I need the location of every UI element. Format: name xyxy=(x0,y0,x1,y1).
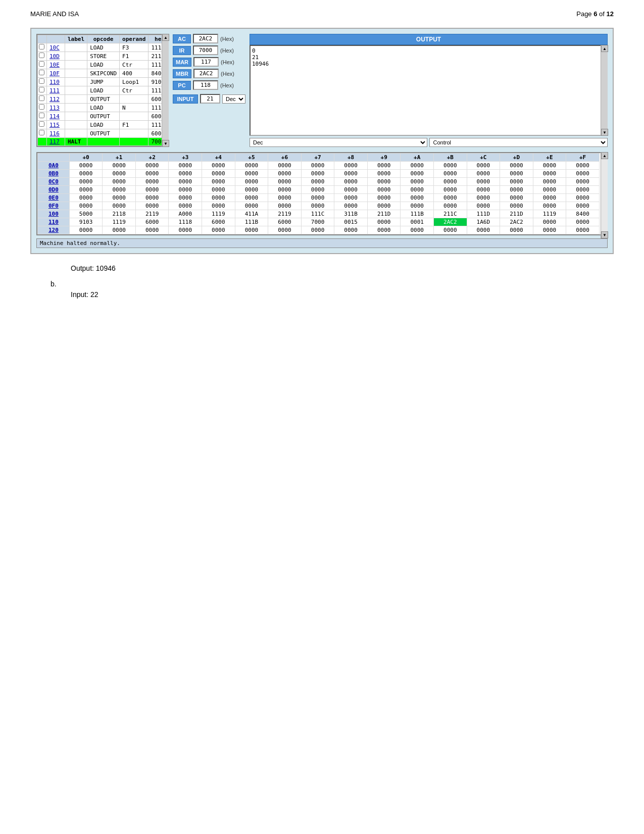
row-label xyxy=(65,61,87,69)
mem-cell: 0000 xyxy=(566,202,600,210)
mem-cell: 0000 xyxy=(367,186,401,194)
output-box: 02110946 xyxy=(250,45,608,136)
col-addr xyxy=(47,35,65,43)
row-label: HALT xyxy=(65,138,87,146)
mem-cell: 0000 xyxy=(169,162,202,170)
mem-cell: 0000 xyxy=(69,202,103,210)
mem-cell: 0000 xyxy=(69,170,103,178)
mar-label: MAR xyxy=(173,58,191,67)
col-label: label xyxy=(65,35,87,43)
pc-format: (Hex) xyxy=(220,82,234,88)
memory-row: 0B00000000000000000000000000000000000000… xyxy=(38,170,600,178)
mem-scroll-up[interactable]: ▲ xyxy=(601,152,608,159)
mem-cell: 5000 xyxy=(69,210,103,218)
table-row: 114OUTPUT6000 xyxy=(38,112,168,121)
mem-cell: 0000 xyxy=(334,170,368,178)
row-checkbox[interactable] xyxy=(38,78,47,86)
mem-cell: 1119 xyxy=(202,210,235,218)
mem-cell: A000 xyxy=(169,210,202,218)
row-label xyxy=(65,104,87,112)
scroll-down-arrow[interactable]: ▼ xyxy=(162,140,169,147)
output-values: 02110946 xyxy=(252,47,599,67)
mem-row-addr: 0E0 xyxy=(38,194,70,202)
mem-cell: 0000 xyxy=(401,194,434,202)
mem-scroll-down[interactable]: ▼ xyxy=(601,231,608,238)
mem-cell: 0000 xyxy=(500,194,533,202)
row-checkbox[interactable] xyxy=(38,138,47,146)
mem-cell: 0000 xyxy=(334,202,368,210)
mem-cell: 8400 xyxy=(566,210,600,218)
output-format-dropdown[interactable]: Dec Hex Oct xyxy=(250,138,428,147)
row-checkbox[interactable] xyxy=(38,112,47,121)
mem-cell: 0000 xyxy=(533,186,566,194)
mem-cell: 2AC2 xyxy=(500,218,533,226)
mem-cell: 0000 xyxy=(202,162,235,170)
output-section: OUTPUT 02110946 ▲ ▼ Dec Hex Oct Control xyxy=(250,34,608,147)
row-addr: 10C xyxy=(47,43,65,52)
mem-cell: 0000 xyxy=(235,162,268,170)
mem-cell: 0000 xyxy=(467,186,500,194)
mem-cell: 211D xyxy=(500,210,533,218)
table-row: 112OUTPUT6000 xyxy=(38,95,168,104)
mem-cell: 0000 xyxy=(433,194,467,202)
input-value-field[interactable] xyxy=(200,94,220,104)
mem-cell: 0000 xyxy=(135,194,169,202)
memory-row: 0F00000000000000000000000000000000000000… xyxy=(38,202,600,210)
row-checkbox[interactable] xyxy=(38,121,47,129)
table-row: 10ELOADCtr1119 xyxy=(38,61,168,69)
page-number: Page 6 of 12 xyxy=(576,10,614,18)
row-checkbox[interactable] xyxy=(38,104,47,112)
mem-cell: 0000 xyxy=(401,170,434,178)
mem-cell: 0000 xyxy=(268,170,302,178)
mem-cell: 211D xyxy=(367,210,401,218)
mem-cell: 0000 xyxy=(467,170,500,178)
row-checkbox[interactable] xyxy=(38,129,47,138)
mem-cell: 0000 xyxy=(500,226,533,234)
row-checkbox[interactable] xyxy=(38,69,47,78)
mem-cell: 0000 xyxy=(500,170,533,178)
row-operand: F1 xyxy=(120,121,148,129)
mem-cell: 0000 xyxy=(301,170,334,178)
mem-cell: 0000 xyxy=(467,226,500,234)
row-checkbox[interactable] xyxy=(38,43,47,52)
control-dropdown[interactable]: Control Run Step xyxy=(429,138,608,147)
row-addr: 113 xyxy=(47,104,65,112)
row-checkbox[interactable] xyxy=(38,95,47,104)
mem-col-header: +5 xyxy=(235,154,268,162)
mem-cell: 0000 xyxy=(467,162,500,170)
row-checkbox[interactable] xyxy=(38,61,47,69)
memory-scrollbar[interactable]: ▲ ▼ xyxy=(601,152,608,238)
pc-register: PC 118 (Hex) xyxy=(173,80,245,90)
mem-cell: 0000 xyxy=(135,226,169,234)
mem-cell: 0000 xyxy=(268,194,302,202)
section-b-label: b. xyxy=(51,280,614,288)
mem-cell: 1119 xyxy=(103,218,136,226)
output-scroll-down[interactable]: ▼ xyxy=(601,129,608,136)
mem-cell: 0000 xyxy=(169,178,202,186)
row-label xyxy=(65,43,87,52)
ir-format: (Hex) xyxy=(220,47,234,54)
row-checkbox[interactable] xyxy=(38,52,47,61)
input-label: INPUT xyxy=(173,94,198,104)
mem-cell: 0000 xyxy=(69,178,103,186)
input-format-dropdown[interactable]: Dec Hex Oct xyxy=(222,94,245,104)
mem-cell: 0000 xyxy=(533,226,566,234)
mem-cell: 0000 xyxy=(202,194,235,202)
mem-col-header: +E xyxy=(533,154,566,162)
mem-addr-col xyxy=(38,154,70,162)
scroll-up-arrow[interactable]: ▲ xyxy=(162,34,169,41)
table-row: 110JUMPLoop19103 xyxy=(38,78,168,86)
mem-cell: 111C xyxy=(301,210,334,218)
program-scrollbar[interactable]: ▲ ▼ xyxy=(162,34,169,147)
row-opcode: SKIPCOND xyxy=(87,69,120,78)
col-operand: operand xyxy=(120,35,148,43)
output-scrollbar[interactable]: ▲ ▼ xyxy=(601,45,608,136)
mbr-register: MBR 2AC2 (Hex) xyxy=(173,69,245,78)
row-checkbox[interactable] xyxy=(38,86,47,95)
mem-cell: 111B xyxy=(401,210,434,218)
mem-row-addr: 110 xyxy=(38,218,70,226)
table-row: 111LOADCtr1119 xyxy=(38,86,168,95)
memory-table-container: +0+1+2+3+4+5+6+7+8+9+A+B+C+D+E+F 0A00000… xyxy=(36,152,608,238)
output-scroll-up[interactable]: ▲ xyxy=(601,45,608,52)
memory-row: 1200000000000000000000000000000000000000… xyxy=(38,226,600,234)
